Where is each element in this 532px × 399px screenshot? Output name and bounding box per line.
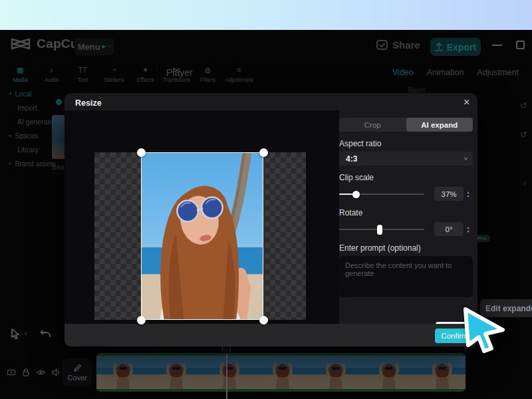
tab-ai-expand[interactable]: AI expand bbox=[406, 118, 473, 132]
corner-handle-bottom-right[interactable] bbox=[259, 316, 268, 325]
clip-scale-label: Clip scale bbox=[339, 173, 473, 182]
mode-segmented-control: Crop AI expand bbox=[339, 118, 473, 132]
corner-handle-bottom-left[interactable] bbox=[137, 316, 146, 325]
corner-handle-top-left[interactable] bbox=[137, 148, 146, 157]
aspect-ratio-value: 4:3 bbox=[346, 154, 357, 164]
rotate-value[interactable]: 0° bbox=[434, 222, 464, 236]
aspect-ratio-label: Aspect ratio bbox=[339, 139, 473, 148]
desktop-top-strip bbox=[0, 0, 532, 30]
clip-scale-slider[interactable] bbox=[339, 190, 424, 198]
dialog-title: Resize bbox=[75, 98, 102, 108]
clip-scale-stepper[interactable]: ▴▾ bbox=[464, 190, 473, 198]
chevron-down-icon: ˅ bbox=[464, 156, 467, 162]
expand-controls: Crop AI expand Aspect ratio 4:3 ˅ Clip s… bbox=[339, 118, 473, 337]
screen: CapCut Menu ▶ ˅ Share Export ▦ bbox=[0, 0, 532, 399]
resize-dialog: Resize × bbox=[65, 93, 477, 346]
dialog-footer: Confirm bbox=[65, 324, 477, 346]
prompt-label: Enter prompt (optional) bbox=[339, 243, 473, 253]
portrait-photo bbox=[142, 153, 263, 319]
corner-handle-top-right[interactable] bbox=[259, 148, 268, 157]
clip-scale-value[interactable]: 37% bbox=[434, 187, 464, 201]
rotate-slider-thumb[interactable] bbox=[377, 225, 382, 235]
expand-preview-area bbox=[65, 110, 339, 324]
clip-image[interactable] bbox=[141, 152, 263, 320]
close-icon[interactable]: × bbox=[464, 96, 469, 109]
mouse-cursor bbox=[460, 306, 508, 354]
clip-scale-slider-thumb[interactable] bbox=[352, 191, 360, 198]
aspect-ratio-select[interactable]: 4:3 ˅ bbox=[339, 152, 473, 166]
rotate-slider[interactable] bbox=[339, 225, 424, 233]
prompt-input[interactable] bbox=[339, 256, 473, 297]
tab-crop[interactable]: Crop bbox=[339, 118, 406, 132]
rotate-stepper[interactable]: ▴▾ bbox=[464, 225, 473, 233]
rotate-label: Rotate bbox=[339, 208, 473, 217]
